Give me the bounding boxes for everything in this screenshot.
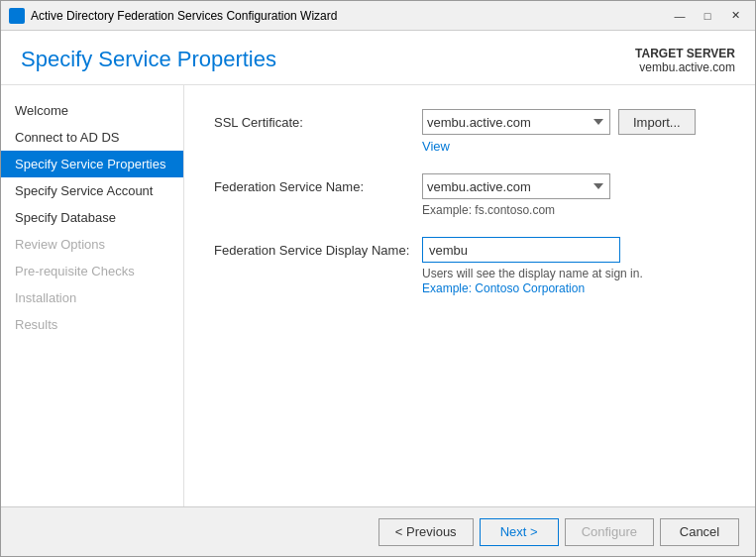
federation-service-name-hint: Example: fs.contoso.com — [422, 203, 725, 217]
sidebar: WelcomeConnect to AD DSSpecify Service P… — [1, 85, 184, 506]
app-icon — [9, 8, 25, 24]
federation-service-name-select[interactable]: vembu.active.com — [422, 173, 610, 199]
federation-display-name-input[interactable] — [422, 237, 620, 263]
federation-display-name-hint2: Example: Contoso Corporation — [422, 281, 585, 295]
ssl-certificate-row: SSL Certificate: vembu.active.com Import… — [214, 109, 725, 154]
import-button[interactable]: Import... — [618, 109, 696, 135]
federation-display-name-label: Federation Service Display Name: — [214, 237, 422, 258]
close-button[interactable]: ✕ — [723, 7, 747, 25]
header-area: Specify Service Properties TARGET SERVER… — [1, 31, 755, 85]
main-content: SSL Certificate: vembu.active.com Import… — [184, 85, 755, 506]
page-title: Specify Service Properties — [21, 47, 276, 72]
previous-button[interactable]: < Previous — [378, 518, 474, 546]
window-title: Active Directory Federation Services Con… — [31, 9, 668, 23]
federation-service-name-label: Federation Service Name: — [214, 173, 422, 194]
sidebar-item-connect-ad-ds[interactable]: Connect to AD DS — [1, 124, 183, 151]
ssl-certificate-label: SSL Certificate: — [214, 109, 422, 130]
federation-service-name-row: Federation Service Name: vembu.active.co… — [214, 173, 725, 217]
window-controls: — □ ✕ — [668, 7, 747, 25]
target-server-label: TARGET SERVER — [635, 47, 735, 60]
footer: < Previous Next > Configure Cancel — [1, 506, 755, 556]
target-server-info: TARGET SERVER vembu.active.com — [635, 47, 735, 74]
title-bar: Active Directory Federation Services Con… — [1, 1, 755, 31]
sidebar-item-review-options: Review Options — [1, 231, 183, 258]
maximize-button[interactable]: □ — [696, 7, 719, 25]
sidebar-item-installation: Installation — [1, 284, 183, 311]
federation-service-name-control-group: vembu.active.com Example: fs.contoso.com — [422, 173, 725, 217]
ssl-certificate-control-group: vembu.active.com Import... View — [422, 109, 725, 154]
configure-button[interactable]: Configure — [565, 518, 654, 546]
sidebar-item-welcome[interactable]: Welcome — [1, 97, 183, 124]
ssl-certificate-control-row: vembu.active.com Import... — [422, 109, 725, 135]
sidebar-item-results: Results — [1, 311, 183, 338]
main-window: Active Directory Federation Services Con… — [0, 0, 756, 557]
minimize-button[interactable]: — — [668, 7, 692, 25]
federation-display-name-row: Federation Service Display Name: Users w… — [214, 237, 725, 295]
next-button[interactable]: Next > — [480, 518, 559, 546]
view-link[interactable]: View — [422, 139, 450, 154]
sidebar-item-specify-service-account[interactable]: Specify Service Account — [1, 177, 183, 204]
federation-display-name-hint: Users will see the display name at sign … — [422, 267, 725, 280]
cancel-button[interactable]: Cancel — [660, 518, 739, 546]
content-area: WelcomeConnect to AD DSSpecify Service P… — [1, 85, 755, 506]
window-body: Specify Service Properties TARGET SERVER… — [1, 31, 755, 556]
sidebar-item-specify-service-properties[interactable]: Specify Service Properties — [1, 151, 183, 177]
target-server-value: vembu.active.com — [635, 60, 735, 74]
federation-service-name-control-row: vembu.active.com — [422, 173, 725, 199]
federation-display-name-control-group: Users will see the display name at sign … — [422, 237, 725, 295]
sidebar-item-specify-database[interactable]: Specify Database — [1, 204, 183, 231]
ssl-certificate-select[interactable]: vembu.active.com — [422, 109, 610, 135]
sidebar-item-pre-requisite-checks: Pre-requisite Checks — [1, 258, 183, 284]
